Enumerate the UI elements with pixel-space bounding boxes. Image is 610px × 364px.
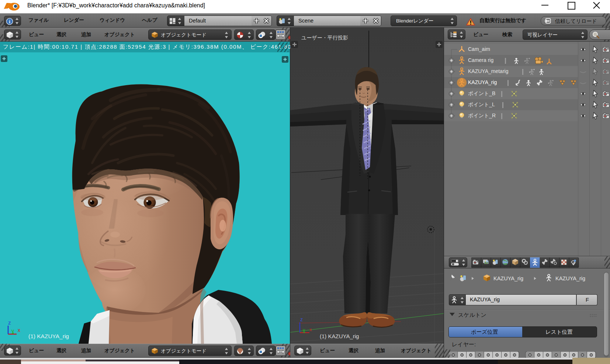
svg-text:(1) KAZUYA_rig: (1) KAZUYA_rig (320, 333, 359, 339)
svg-text:KAZUYA_rig: KAZUYA_rig (555, 275, 585, 281)
svg-text:z: z (8, 319, 11, 326)
svg-text:ユーザー・平行投影: ユーザー・平行投影 (301, 35, 348, 41)
svg-text:KAZUYA_rig: KAZUYA_rig (493, 275, 523, 281)
svg-text:i: i (9, 19, 10, 24)
svg-text:(1) KAZUYA_rig: (1) KAZUYA_rig (28, 333, 69, 339)
svg-text:x: x (18, 327, 20, 333)
svg-text:x: x (309, 327, 312, 332)
svg-text:z: z (300, 316, 303, 322)
